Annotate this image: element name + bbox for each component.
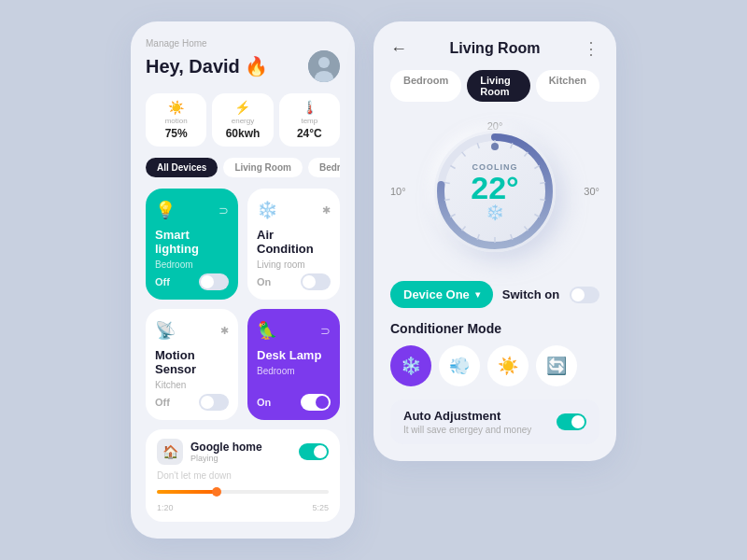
room-title: Living Room xyxy=(450,40,541,57)
google-title: Google home xyxy=(190,441,262,454)
svg-line-6 xyxy=(511,143,513,148)
device-one-button[interactable]: Device One ▾ xyxy=(390,281,493,308)
ac-footer: On xyxy=(257,273,331,290)
tab-bedroom-right[interactable]: Bedroom xyxy=(390,70,461,102)
right-panel: ← Living Room ⋮ Bedroom Living Room Kitc… xyxy=(374,21,616,461)
stat-card-temp: 🌡️ temp 24°C xyxy=(279,93,340,147)
progress-labels: 1:20 5:25 xyxy=(157,503,329,512)
time-end: 5:25 xyxy=(312,503,329,512)
lighting-toggle[interactable] xyxy=(199,273,229,290)
svg-point-1 xyxy=(318,57,330,68)
device-one-row: Device One ▾ Switch on xyxy=(390,281,599,308)
svg-line-22 xyxy=(477,143,479,148)
temp-icon: 🌡️ xyxy=(302,100,317,115)
stats-row: ☀️ motion 75% ⚡ energy 60kwh 🌡️ temp 24°… xyxy=(146,93,340,147)
google-home-card: 🏠 Google home Playing Don't let me down … xyxy=(146,429,340,522)
stat-value-motion: 75% xyxy=(165,127,188,140)
motion-bt-icon: ✱ xyxy=(220,325,229,337)
svg-line-18 xyxy=(444,200,450,201)
back-button[interactable]: ← xyxy=(390,39,407,59)
tab-living-room-right[interactable]: Living Room xyxy=(467,70,529,102)
progress-bar xyxy=(157,490,329,494)
lamp-wifi-icon: ⊃ xyxy=(320,324,331,338)
stat-value-energy: 60kwh xyxy=(226,127,261,140)
avatar xyxy=(308,50,340,82)
google-text: Google home Playing xyxy=(190,441,262,463)
device-card-header-lamp: 🦜 ⊃ xyxy=(257,320,331,341)
more-button[interactable]: ⋮ xyxy=(583,38,599,59)
conditioner-mode-section: Conditioner Mode ❄️ 💨 ☀️ 🔄 xyxy=(390,321,599,386)
svg-line-7 xyxy=(524,152,528,157)
device-tabs-row: All Devices Living Room Bedroom K... xyxy=(146,158,340,177)
avatar-icon xyxy=(308,50,340,82)
stat-card-motion: ☀️ motion 75% xyxy=(146,93,206,147)
greeting-text: Hey, David 🔥 xyxy=(146,55,268,77)
device-card-ac: ❄️ ✱ Air Condition Living room On xyxy=(247,189,340,300)
mode-btn-freeze[interactable]: ❄️ xyxy=(390,345,431,386)
ac-name: Air Condition xyxy=(257,228,331,256)
auto-adj-text: Auto Adjustment It will save energey and… xyxy=(403,409,531,435)
stat-label-motion: motion xyxy=(165,117,188,125)
right-header: ← Living Room ⋮ xyxy=(390,38,599,59)
svg-point-23 xyxy=(491,143,499,150)
svg-line-11 xyxy=(534,215,539,217)
svg-line-13 xyxy=(511,234,513,240)
conditioner-mode-title: Conditioner Mode xyxy=(390,321,599,336)
lighting-icon: 💡 xyxy=(155,200,176,220)
tab-bedroom[interactable]: Bedroom xyxy=(308,158,340,177)
room-tabs: Bedroom Living Room Kitchen xyxy=(390,70,599,102)
energy-icon: ⚡ xyxy=(234,100,250,115)
auto-adjustment-row: Auto Adjustment It will save energey and… xyxy=(390,399,599,444)
google-home-icon: 🏠 xyxy=(157,439,183,465)
tab-all-devices[interactable]: All Devices xyxy=(146,158,218,177)
time-start: 1:20 xyxy=(157,503,174,512)
svg-line-17 xyxy=(450,215,455,217)
svg-line-12 xyxy=(524,227,528,231)
device-card-lamp: 🦜 ⊃ Desk Lamp Bedroom On xyxy=(247,309,340,420)
ac-room: Living room xyxy=(257,259,331,270)
lamp-footer: On xyxy=(257,394,331,411)
lighting-status: Off xyxy=(155,276,170,287)
device-card-header-lighting: 💡 ⊃ xyxy=(155,200,229,220)
lamp-toggle[interactable] xyxy=(301,394,331,411)
chevron-down-icon: ▾ xyxy=(475,289,480,300)
motion-toggle[interactable] xyxy=(199,394,229,411)
tab-kitchen-right[interactable]: Kitchen xyxy=(536,70,599,102)
stat-label-energy: energy xyxy=(232,117,254,125)
device-one-label: Device One xyxy=(403,287,470,301)
lighting-name: Smart lighting xyxy=(155,228,229,256)
thermostat-area: 20° 10° 30° xyxy=(390,117,599,266)
device-card-motion: 📡 ✱ Motion Sensor Kitchen Off xyxy=(146,309,238,420)
thermo-ring-svg xyxy=(434,131,556,252)
mode-btn-sun[interactable]: ☀️ xyxy=(487,345,529,386)
thermostat-dial[interactable]: COOLING 22° ❄️ xyxy=(434,131,556,252)
sun-icon: ☀️ xyxy=(168,100,184,115)
wifi-icon: ⊃ xyxy=(218,203,229,217)
google-toggle[interactable] xyxy=(299,443,329,460)
svg-line-8 xyxy=(534,166,539,169)
google-info: 🏠 Google home Playing xyxy=(157,439,262,465)
mode-btn-cycle[interactable]: 🔄 xyxy=(536,345,577,386)
device-card-lighting: 💡 ⊃ Smart lighting Bedroom Off xyxy=(146,189,238,300)
stat-label-temp: temp xyxy=(301,117,317,125)
manage-label: Manage Home xyxy=(146,38,340,49)
bt-icon: ✱ xyxy=(322,204,331,217)
tab-living-room[interactable]: Living Room xyxy=(223,158,303,177)
lamp-name: Desk Lamp xyxy=(257,348,331,362)
ac-icon: ❄️ xyxy=(257,200,277,220)
ac-toggle[interactable] xyxy=(301,273,331,290)
progress-dot xyxy=(212,487,221,497)
lamp-status: On xyxy=(257,397,271,408)
svg-line-10 xyxy=(540,200,545,201)
lighting-room: Bedroom xyxy=(155,259,229,270)
lamp-icon: 🦜 xyxy=(257,320,277,341)
lighting-footer: Off xyxy=(155,273,229,290)
auto-adj-toggle[interactable] xyxy=(557,413,586,430)
stat-value-temp: 24°C xyxy=(297,127,322,140)
thermo-left-temp: 10° xyxy=(390,186,406,197)
switch-on-toggle[interactable] xyxy=(570,287,599,303)
svg-line-20 xyxy=(450,166,455,169)
svg-line-19 xyxy=(444,182,450,183)
mode-btn-fan[interactable]: 💨 xyxy=(439,345,480,386)
motion-icon: 📡 xyxy=(155,320,176,341)
